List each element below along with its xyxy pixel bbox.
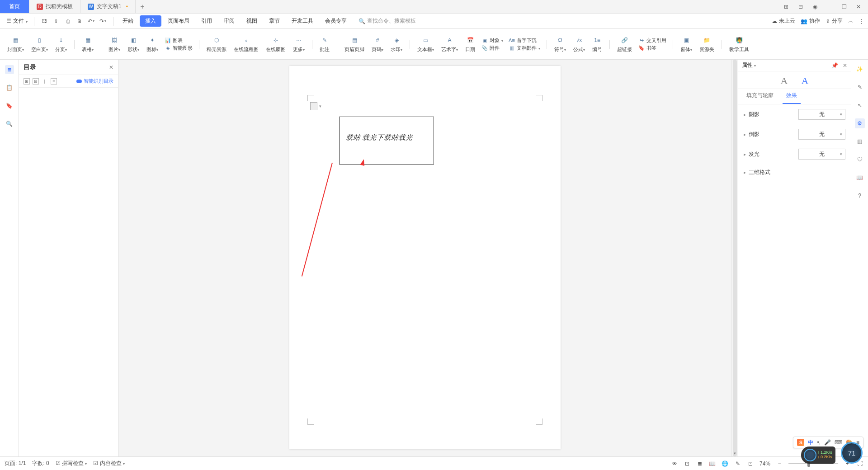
shapes-button[interactable]: ◧形状 xyxy=(125,35,142,53)
cover-page-button[interactable]: ▦封面页 xyxy=(5,35,27,53)
object-button[interactable]: ▣对象 xyxy=(481,37,503,44)
chart-button[interactable]: 📊图表 xyxy=(165,37,193,44)
mode-fill[interactable]: A xyxy=(781,75,788,87)
layout-icon[interactable]: ⊞ xyxy=(782,3,790,11)
scroll-thumb[interactable] xyxy=(733,60,737,456)
ime-mic-icon[interactable]: 🎤 xyxy=(824,439,831,446)
print-icon[interactable]: ⎙ xyxy=(64,18,71,25)
tab-review[interactable]: 审阅 xyxy=(218,15,240,27)
comment-button[interactable]: ✎批注 xyxy=(317,35,332,53)
scroll-down-icon[interactable]: ▾ xyxy=(732,451,738,456)
vertical-scrollbar[interactable]: ▴ ▾ xyxy=(731,60,738,456)
tab-effects[interactable]: 效果 xyxy=(783,89,801,104)
glow-combo[interactable]: 无 xyxy=(798,149,845,160)
more-icon[interactable]: ⋮ xyxy=(859,18,864,24)
dropcap-button[interactable]: A≡首字下沉 xyxy=(509,37,540,44)
outline-icon[interactable]: ≣ xyxy=(5,65,14,74)
tab-insert[interactable]: 插入 xyxy=(140,15,161,27)
ime-punct-icon[interactable]: •, xyxy=(817,439,821,446)
image-button[interactable]: 🖼图片 xyxy=(106,35,123,53)
icons-button[interactable]: ✦图标 xyxy=(144,35,161,53)
eye-icon[interactable]: 👁 xyxy=(671,460,678,467)
maximize-button[interactable]: ❐ xyxy=(840,3,848,11)
pen-rail-icon[interactable]: ✎ xyxy=(855,82,865,92)
header-footer-button[interactable]: ▤页眉页脚 xyxy=(342,35,367,53)
tab-references[interactable]: 引用 xyxy=(196,15,217,27)
minimize-button[interactable]: — xyxy=(826,3,834,11)
layers-rail-icon[interactable]: ▥ xyxy=(855,136,865,146)
pagelayout-icon[interactable]: ≣ xyxy=(696,460,703,467)
expand-all-icon[interactable]: ⊞ xyxy=(24,78,30,85)
shadow-combo[interactable]: 无 xyxy=(798,109,845,120)
expand-icon[interactable]: ▸ xyxy=(744,112,746,117)
daoke-res-button[interactable]: ⬡稻壳资源 xyxy=(204,35,229,53)
command-search[interactable]: 🔍 查找命令、搜索模板 xyxy=(359,17,416,25)
settings-rail-icon[interactable]: ⚙ xyxy=(855,118,865,128)
protect-rail-icon[interactable]: 🛡 xyxy=(855,155,865,164)
reflection-combo[interactable]: 无 xyxy=(798,129,845,140)
textbox-button[interactable]: ▭文本框 xyxy=(415,35,437,53)
user-avatar-icon[interactable]: ◉ xyxy=(811,3,819,11)
ime-lang[interactable]: 中 xyxy=(808,439,813,446)
tab-member[interactable]: 会员专享 xyxy=(320,15,352,27)
collab-button[interactable]: 👥协作 xyxy=(801,17,820,25)
tab-devtools[interactable]: 开发工具 xyxy=(286,15,319,27)
clipboard-icon[interactable]: 📋 xyxy=(5,83,14,92)
levels-icon[interactable]: ≡ xyxy=(51,78,57,85)
tab-templates[interactable]: D找稻壳模板 xyxy=(29,0,80,13)
tab-pagelayout[interactable]: 页面布局 xyxy=(162,15,195,27)
collapse-all-icon[interactable]: ⊟ xyxy=(33,78,39,85)
grid-icon[interactable]: ⊟ xyxy=(797,3,805,11)
bookmark-rail-icon[interactable]: 🔖 xyxy=(5,101,14,110)
date-button[interactable]: 📅日期 xyxy=(462,35,478,53)
smart-toc-button[interactable]: 智能识别目录 xyxy=(76,78,113,85)
close-panel-icon[interactable]: ✕ xyxy=(843,62,847,69)
preview-icon[interactable]: 🗎 xyxy=(76,18,83,25)
export-icon[interactable]: ⇪ xyxy=(52,18,60,25)
style-rail-icon[interactable]: ✨ xyxy=(855,64,865,74)
readmode-icon[interactable]: 📖 xyxy=(709,460,716,467)
blank-page-button[interactable]: ▯空白页 xyxy=(28,35,51,53)
section-icon[interactable] xyxy=(310,102,317,110)
resource-folder-button[interactable]: 📁资源夹 xyxy=(697,35,717,53)
fit-icon[interactable]: ⊡ xyxy=(747,460,754,467)
focus-icon[interactable]: ⊡ xyxy=(684,460,691,467)
select-rail-icon[interactable]: ↖ xyxy=(855,100,865,110)
mode-effect[interactable]: A xyxy=(802,75,809,87)
more-button[interactable]: ⋯更多 xyxy=(290,35,307,53)
nav-close-button[interactable]: ✕ xyxy=(109,64,113,70)
help-rail-icon[interactable]: ? xyxy=(855,191,865,201)
collapse-ribbon-icon[interactable]: ︿ xyxy=(848,17,854,25)
equation-button[interactable]: √x公式 xyxy=(571,35,588,53)
mindmap-button[interactable]: ⊹在线脑图 xyxy=(263,35,288,53)
wordart-object[interactable]: 载站 载光下载站载光 xyxy=(339,117,434,164)
expand-icon[interactable]: ▸ xyxy=(744,132,746,137)
new-tab-button[interactable]: + xyxy=(136,0,149,13)
edit-icon[interactable]: ✎ xyxy=(734,460,741,467)
zoom-level[interactable]: 74% xyxy=(760,461,770,467)
tab-view[interactable]: 视图 xyxy=(241,15,263,27)
page-break-button[interactable]: ⤓分页 xyxy=(52,35,70,53)
wordart-button[interactable]: A艺术字 xyxy=(439,35,461,53)
crossref-button[interactable]: ↪交叉引用 xyxy=(638,37,666,44)
contentcheck-toggle[interactable]: ☑ 内容检查 xyxy=(93,460,125,467)
spellcheck-toggle[interactable]: ☑ 拼写检查 xyxy=(56,460,87,467)
save-icon[interactable]: 🖫 xyxy=(41,18,48,25)
table-button[interactable]: ▦表格 xyxy=(79,35,96,53)
page-indicator[interactable]: 页面: 1/1 xyxy=(5,460,26,467)
bookmark-button[interactable]: 🔖书签 xyxy=(638,45,666,52)
redo-icon[interactable]: ↷ xyxy=(99,18,107,25)
attachment-button[interactable]: 📎附件 xyxy=(481,45,503,52)
tab-document[interactable]: W文字文稿1• xyxy=(80,0,136,13)
undo-icon[interactable]: ↶ xyxy=(88,18,95,25)
close-window-button[interactable]: ✕ xyxy=(854,3,863,11)
hyperlink-button[interactable]: 🔗超链接 xyxy=(614,35,635,53)
file-menu[interactable]: ☰ 文件 xyxy=(4,17,30,25)
symbol-button[interactable]: Ω符号 xyxy=(552,35,569,53)
cloud-status[interactable]: ☁未上云 xyxy=(772,17,795,25)
search-rail-icon[interactable]: 🔍 xyxy=(5,119,14,128)
page-number-button[interactable]: #页码 xyxy=(369,35,386,53)
docparts-button[interactable]: ▥文档部件 xyxy=(509,45,540,52)
cpu-monitor-widget[interactable]: 71 xyxy=(841,442,863,464)
document-canvas[interactable]: 载站 载光下载站载光 xyxy=(118,60,731,456)
